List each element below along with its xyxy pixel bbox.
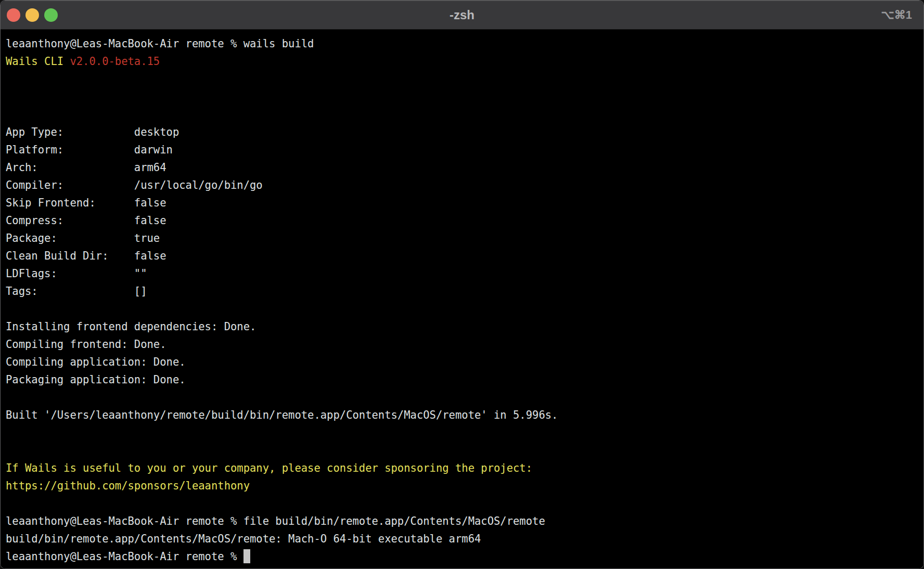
terminal-line: Installing frontend dependencies: Done. — [6, 318, 918, 335]
terminal-text-segment: build/bin/remote.app/Contents/MacOS/remo… — [6, 533, 481, 545]
terminal-line — [6, 300, 918, 318]
terminal-line: leaanthony@Leas-MacBook-Air remote % fil… — [6, 512, 918, 530]
text-cursor — [243, 549, 250, 563]
terminal-line: https://github.com/sponsors/leaanthony — [6, 477, 918, 495]
terminal-text-segment: Tags: — [6, 285, 134, 298]
terminal-text-segment: Package: — [6, 232, 134, 244]
terminal-line — [6, 389, 918, 406]
build-setting-line: Package: true — [6, 229, 918, 247]
terminal-text-segment: false — [134, 197, 166, 209]
build-setting-line: Compiler: /usr/local/go/bin/go — [6, 176, 918, 194]
minimize-button[interactable] — [25, 8, 39, 22]
build-setting-line: App Type: desktop — [6, 123, 918, 141]
terminal-text-segment: true — [134, 232, 160, 244]
terminal-line: Compiling frontend: Done. — [6, 335, 918, 353]
terminal-text-segment: If Wails is useful to you or your compan… — [6, 462, 532, 474]
terminal-line — [6, 424, 918, 442]
build-setting-line: Arch: arm64 — [6, 159, 918, 176]
terminal-text-segment: Compress: — [6, 214, 134, 227]
tab-shortcut-label: ⌥⌘1 — [881, 8, 912, 22]
terminal-screen[interactable]: leaanthony@Leas-MacBook-Air remote % wai… — [1, 30, 923, 568]
terminal-line: Wails CLI v2.0.0-beta.15 — [6, 53, 918, 70]
terminal-text-segment: Platform: — [6, 144, 134, 156]
build-setting-line: Tags: [] — [6, 282, 918, 300]
terminal-line: leaanthony@Leas-MacBook-Air remote % — [6, 548, 918, 565]
terminal-text-segment: Built '/Users/leaanthony/remote/build/bi… — [6, 409, 558, 421]
terminal-text-segment: v2.0.0-beta.15 — [70, 55, 160, 68]
terminal-text-segment: false — [134, 214, 166, 227]
terminal-text-segment: desktop — [134, 126, 179, 138]
terminal-line: build/bin/remote.app/Contents/MacOS/remo… — [6, 530, 918, 548]
terminal-text-segment: Skip Frontend: — [6, 197, 134, 209]
window-controls — [7, 8, 58, 22]
terminal-text-segment: darwin — [134, 144, 173, 156]
terminal-text-segment: false — [134, 250, 166, 262]
terminal-line — [6, 88, 918, 106]
terminal-line — [6, 442, 918, 459]
terminal-text-segment: Arch: — [6, 161, 134, 174]
terminal-text-segment: "" — [134, 267, 147, 280]
close-button[interactable] — [7, 8, 20, 22]
terminal-text-segment: leaanthony@Leas-MacBook-Air remote % fil… — [6, 515, 545, 527]
terminal-line: If Wails is useful to you or your compan… — [6, 459, 918, 477]
terminal-text-segment: Compiling frontend: Done. — [6, 338, 166, 351]
build-setting-line: Skip Frontend: false — [6, 194, 918, 212]
terminal-window: -zsh ⌥⌘1 leaanthony@Leas-MacBook-Air rem… — [0, 0, 924, 569]
build-setting-line: LDFlags: "" — [6, 265, 918, 282]
terminal-line: leaanthony@Leas-MacBook-Air remote % wai… — [6, 35, 918, 53]
build-setting-line: Compress: false — [6, 212, 918, 229]
terminal-line — [6, 495, 918, 512]
terminal-text-segment: Wails CLI — [6, 55, 70, 68]
zoom-button[interactable] — [44, 8, 58, 22]
terminal-line: Built '/Users/leaanthony/remote/build/bi… — [6, 406, 918, 424]
terminal-text-segment: Compiler: — [6, 179, 134, 191]
window-title: -zsh — [1, 8, 923, 22]
titlebar[interactable]: -zsh ⌥⌘1 — [1, 1, 923, 30]
build-setting-line: Platform: darwin — [6, 141, 918, 159]
terminal-text-segment: LDFlags: — [6, 267, 134, 280]
terminal-line: Packaging application: Done. — [6, 371, 918, 389]
terminal-text-segment: leaanthony@Leas-MacBook-Air remote % wai… — [6, 37, 314, 50]
terminal-line: Compiling application: Done. — [6, 353, 918, 371]
terminal-text-segment: arm64 — [134, 161, 166, 174]
terminal-text-segment: Clean Build Dir: — [6, 250, 134, 262]
terminal-text-segment: https://github.com/sponsors/leaanthony — [6, 480, 250, 492]
terminal-text-segment: [] — [134, 285, 147, 298]
terminal-text-segment: Compiling application: Done. — [6, 356, 186, 368]
build-setting-line: Clean Build Dir: false — [6, 247, 918, 265]
terminal-line — [6, 106, 918, 123]
terminal-text-segment: /usr/local/go/bin/go — [134, 179, 263, 191]
terminal-text-segment: App Type: — [6, 126, 134, 138]
terminal-text-segment: Packaging application: Done. — [6, 373, 186, 386]
terminal-text-segment: leaanthony@Leas-MacBook-Air remote % — [6, 550, 243, 563]
terminal-line — [6, 70, 918, 88]
terminal-text-segment: Installing frontend dependencies: Done. — [6, 320, 256, 333]
